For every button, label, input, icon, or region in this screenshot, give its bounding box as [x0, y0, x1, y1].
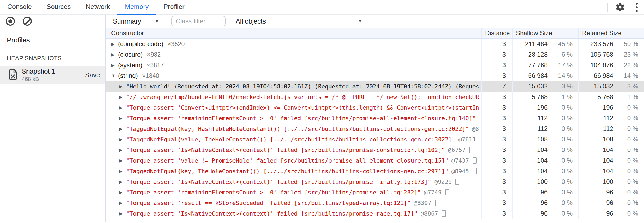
- table-row[interactable]: ▶"// .wrangler/tmp/bundle-FmNIt0/checked…: [106, 92, 644, 102]
- disclosure-collapsed-icon[interactable]: ▶: [119, 200, 126, 206]
- disclosure-collapsed-icon[interactable]: ▶: [119, 126, 126, 131]
- tab-memory[interactable]: Memory: [117, 0, 156, 15]
- table-row[interactable]: ▶"Torque assert 'Convert<uintptr>(endInd…: [106, 102, 644, 113]
- retained-size-value: 104 876: [579, 61, 613, 69]
- instance-count: ×3520: [168, 41, 185, 48]
- retained-size-value: 15 032: [579, 83, 613, 90]
- retained-size-percent: 0 %: [613, 136, 638, 143]
- table-row[interactable]: ▶"TaggedNotEqual(key, HashTableHoleConst…: [106, 123, 644, 134]
- unknown-glyph-icon: [435, 200, 439, 206]
- constructor-cell: ▶"Torque assert 'Convert<uintptr>(endInd…: [106, 102, 482, 113]
- snapshot-info: Snapshot 1 468 kB: [22, 68, 55, 82]
- shallow-size-cell: 15 0323 %: [513, 81, 579, 92]
- string-value: "Torque assert 'value != PromiseHole' fa…: [126, 157, 448, 164]
- heap-snapshots-section-title: HEAP SNAPSHOTS: [0, 44, 105, 66]
- heap-snapshot-panel: Summary ▼ All objects ▼ Constructor Dist…: [106, 15, 644, 222]
- retained-size-percent: 14 %: [613, 72, 638, 79]
- table-row[interactable]: ▶"TaggedNotEqual(value, TheHoleConstant(…: [106, 134, 644, 145]
- shallow-size-cell: 1000 %: [513, 176, 579, 187]
- table-row[interactable]: ▶(closure)×982328 1286 %105 76823 %: [106, 49, 644, 60]
- shallow-size-percent: 0 %: [548, 199, 573, 207]
- shallow-size-percent: 6 %: [548, 51, 573, 58]
- disclosure-collapsed-icon[interactable]: ▶: [119, 105, 126, 110]
- retained-size-percent: 0 %: [613, 104, 638, 111]
- disclosure-collapsed-icon[interactable]: ▶: [119, 84, 126, 89]
- save-snapshot-link[interactable]: Save: [85, 71, 100, 79]
- shallow-size-value: 96: [513, 199, 548, 207]
- disclosure-collapsed-icon[interactable]: ▶: [119, 169, 126, 174]
- retained-size-percent: 0 %: [613, 125, 638, 132]
- perspective-select-value: Summary: [113, 17, 141, 25]
- tab-profiler[interactable]: Profiler: [156, 0, 192, 15]
- disclosure-collapsed-icon[interactable]: ▶: [119, 179, 126, 184]
- shallow-size-cell: 1120 %: [513, 113, 579, 123]
- table-row[interactable]: ▶"TaggedNotEqual(key, TheHoleConstant())…: [106, 166, 644, 176]
- shallow-size-percent: 0 %: [548, 146, 573, 154]
- disclosure-collapsed-icon[interactable]: ▶: [111, 42, 118, 47]
- retained-size-value: 5 768: [579, 93, 613, 101]
- more-options-kebab-icon[interactable]: [635, 2, 639, 13]
- retained-size-percent: 0 %: [613, 146, 638, 154]
- shallow-size-cell: 77 76817 %: [513, 60, 579, 70]
- unknown-glyph-icon: [455, 179, 459, 185]
- table-row[interactable]: ▶"Torque assert 'result == kStoreSuccede…: [106, 198, 644, 208]
- tab-console[interactable]: Console: [0, 0, 39, 15]
- disclosure-expanded-icon[interactable]: ▼: [111, 73, 118, 78]
- shallow-size-percent: 0 %: [548, 157, 573, 164]
- disclosure-collapsed-icon[interactable]: ▶: [119, 211, 126, 216]
- profiles-title: Profiles: [0, 28, 105, 44]
- table-row[interactable]: ▶"Torque assert 'Is<NativeContext>(conte…: [106, 208, 644, 219]
- clear-profiles-icon[interactable]: [23, 17, 32, 26]
- table-row[interactable]: ▶"Torque assert 'remainingElementsCount …: [106, 113, 644, 123]
- retained-size-percent: 0 %: [613, 189, 638, 196]
- table-row[interactable]: ▶"Torque assert 'remainingElementsCount …: [106, 187, 644, 198]
- retained-size-cell: 104 87622 %: [579, 60, 644, 70]
- class-filter-input[interactable]: [171, 16, 226, 26]
- shallow-size-percent: 0 %: [548, 189, 573, 196]
- disclosure-collapsed-icon[interactable]: ▶: [119, 137, 126, 142]
- shallow-size-value: 108: [513, 136, 548, 143]
- shallow-size-value: 196: [513, 104, 548, 111]
- disclosure-collapsed-icon[interactable]: ▶: [119, 148, 126, 153]
- perspective-select[interactable]: Summary ▼: [113, 17, 159, 25]
- disclosure-collapsed-icon[interactable]: ▶: [119, 116, 126, 121]
- column-header-shallow-size[interactable]: Shallow Size: [513, 28, 579, 38]
- table-row[interactable]: ▶"Torque assert 'value != PromiseHole' f…: [106, 155, 644, 166]
- table-row[interactable]: ▼(string)×1840366 98414 %66 98414 %: [106, 70, 644, 81]
- shallow-size-value: 112: [513, 125, 548, 132]
- tab-network[interactable]: Network: [78, 0, 117, 15]
- column-header-constructor[interactable]: Constructor: [106, 28, 482, 38]
- shallow-size-percent: 0 %: [548, 178, 573, 185]
- retained-size-percent: 1 %: [613, 93, 638, 101]
- record-heap-snapshot-icon[interactable]: [6, 17, 15, 26]
- disclosure-collapsed-icon[interactable]: ▶: [119, 190, 126, 195]
- string-value: "Torque assert 'remainingElementsCount >…: [126, 115, 476, 122]
- retained-size-cell: 1120 %: [579, 113, 644, 123]
- retained-size-value: 100: [579, 178, 613, 185]
- shallow-size-value: 15 032: [513, 83, 548, 90]
- table-row[interactable]: ▶(compiled code)×35203211 48445 %233 576…: [106, 39, 644, 49]
- retained-size-value: 112: [579, 114, 613, 122]
- disclosure-collapsed-icon[interactable]: ▶: [119, 158, 126, 163]
- table-row[interactable]: ▶"Torque assert 'Is<NativeContext>(conte…: [106, 145, 644, 155]
- shallow-size-value: 5 768: [513, 93, 548, 101]
- instance-count: ×1840: [142, 72, 159, 79]
- retained-size-cell: 66 98414 %: [579, 70, 644, 81]
- gear-icon[interactable]: [615, 2, 625, 12]
- table-row[interactable]: ▶(system)×3817377 76817 %104 87622 %: [106, 60, 644, 70]
- disclosure-collapsed-icon[interactable]: ▶: [119, 95, 126, 100]
- disclosure-collapsed-icon[interactable]: ▶: [111, 63, 118, 68]
- tab-sources[interactable]: Sources: [39, 0, 78, 15]
- table-row[interactable]: ▶"Torque assert 'Is<NativeContext>(conte…: [106, 176, 644, 187]
- constructor-cell: ▶"Hello world! (Requested at: 2024-08-19…: [106, 81, 482, 92]
- column-header-retained-size[interactable]: Retained Size: [579, 28, 644, 38]
- disclosure-collapsed-icon[interactable]: ▶: [111, 52, 118, 57]
- column-header-distance[interactable]: Distance: [482, 28, 513, 38]
- shallow-size-value: 77 768: [513, 61, 548, 69]
- table-row[interactable]: ▶"Hello world! (Requested at: 2024-08-19…: [106, 81, 644, 92]
- shallow-size-value: 96: [513, 189, 548, 196]
- constructor-cell: ▶"Torque assert 'Is<NativeContext>(conte…: [106, 208, 482, 219]
- snapshot-item[interactable]: Snapshot 1 468 kB Save: [0, 66, 105, 84]
- grid-body: ▶(compiled code)×35203211 48445 %233 576…: [106, 39, 644, 219]
- objects-scope-select[interactable]: All objects ▼: [236, 17, 362, 25]
